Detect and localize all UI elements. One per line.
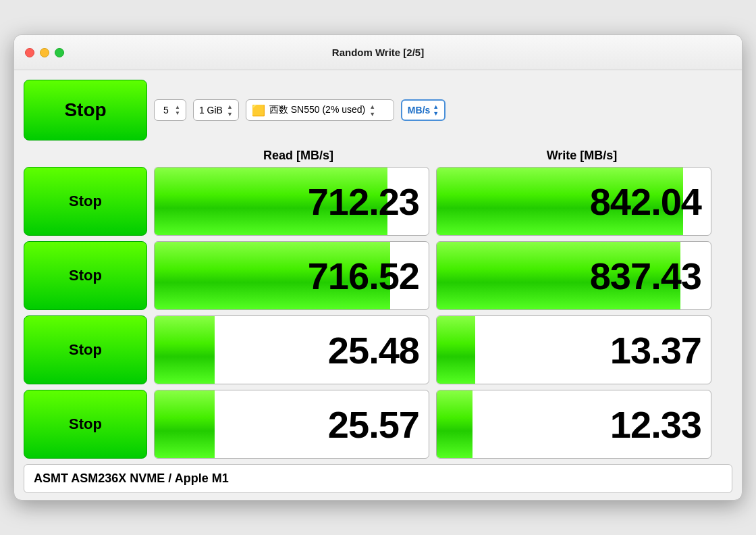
read-value-1: 716.52 xyxy=(308,254,419,298)
titlebar: Random Write [2/5] xyxy=(14,35,742,70)
write-value-3: 12.33 xyxy=(610,403,701,447)
read-cell-0: 712.23 xyxy=(154,167,429,236)
spinner-arrows: ▲ ▼ xyxy=(175,105,180,116)
write-value-2: 13.37 xyxy=(610,328,701,372)
disk-icon: 🟨 xyxy=(252,104,265,117)
size-chevron-icon: ▲ ▼ xyxy=(227,103,233,118)
write-cell-0: 842.04 xyxy=(436,167,711,236)
read-value-3: 25.57 xyxy=(328,403,419,447)
close-button[interactable] xyxy=(25,48,34,57)
spinner-up-arrow[interactable]: ▲ xyxy=(175,105,180,110)
unit-arrows-icon: ▲ ▼ xyxy=(433,104,439,117)
stop-button-1[interactable]: Stop xyxy=(24,241,147,310)
footer-bar: ASMT ASM236X NVME / Apple M1 xyxy=(24,464,732,493)
unit-selector[interactable]: MB/s ▲ ▼ xyxy=(401,99,446,121)
table-row: Stop 25.57 12.33 xyxy=(24,390,732,459)
stop-button-2[interactable]: Stop xyxy=(24,315,147,384)
disk-label: 西数 SN550 (2% used) xyxy=(269,104,365,116)
read-cell-1: 716.52 xyxy=(154,241,429,310)
size-label: 1 GiB xyxy=(199,105,223,116)
stop-button-3[interactable]: Stop xyxy=(24,390,147,459)
window-title: Random Write [2/5] xyxy=(332,47,424,58)
chevron-down-icon: ▼ xyxy=(227,111,233,118)
disk-chevron-down-icon: ▼ xyxy=(369,111,375,118)
stop-button-0[interactable]: Stop xyxy=(24,167,147,236)
read-value-2: 25.48 xyxy=(328,328,419,372)
write-bar-2 xyxy=(437,316,475,384)
read-cell-2: 25.48 xyxy=(154,315,429,384)
footer-text: ASMT ASM236X NVME / Apple M1 xyxy=(34,472,229,485)
table-row: Stop 716.52 837.43 xyxy=(24,241,732,310)
read-bar-2 xyxy=(155,316,215,384)
column-headers: Read [MB/s] Write [MB/s] xyxy=(24,149,732,163)
write-bar-3 xyxy=(437,390,473,458)
write-cell-1: 837.43 xyxy=(436,241,711,310)
data-rows: Stop 712.23 842.04 Stop 716.52 837.43 St… xyxy=(24,167,732,459)
unit-down-arrow: ▼ xyxy=(433,111,439,117)
minimize-button[interactable] xyxy=(40,48,49,57)
disk-chevron-icon: ▲ ▼ xyxy=(369,103,375,118)
table-row: Stop 25.48 13.37 xyxy=(24,315,732,384)
read-value-0: 712.23 xyxy=(308,180,419,224)
write-cell-2: 13.37 xyxy=(436,315,711,384)
main-stop-button[interactable]: Stop xyxy=(24,80,147,141)
read-cell-3: 25.57 xyxy=(154,390,429,459)
read-header: Read [MB/s] xyxy=(157,149,440,163)
toolbar: Stop 5 ▲ ▼ 1 GiB ▲ ▼ 🟨 西数 SN550 xyxy=(24,80,732,141)
size-select[interactable]: 1 GiB ▲ ▼ xyxy=(193,99,239,121)
main-content: Stop 5 ▲ ▼ 1 GiB ▲ ▼ 🟨 西数 SN550 xyxy=(14,70,742,500)
maximize-button[interactable] xyxy=(55,48,64,57)
write-value-1: 837.43 xyxy=(590,254,701,298)
count-spinner[interactable]: 5 ▲ ▼ xyxy=(154,99,186,121)
write-cell-3: 12.33 xyxy=(436,390,711,459)
table-row: Stop 712.23 842.04 xyxy=(24,167,732,236)
unit-label: MB/s xyxy=(408,105,430,116)
spinner-down-arrow[interactable]: ▼ xyxy=(175,111,180,116)
disk-chevron-up-icon: ▲ xyxy=(369,103,375,110)
app-window: Random Write [2/5] Stop 5 ▲ ▼ 1 GiB ▲ ▼ xyxy=(14,34,742,501)
disk-select[interactable]: 🟨 西数 SN550 (2% used) ▲ ▼ xyxy=(246,99,394,121)
chevron-up-icon: ▲ xyxy=(227,103,233,110)
spinner-value: 5 xyxy=(160,105,172,116)
unit-up-arrow: ▲ xyxy=(433,104,439,110)
write-value-0: 842.04 xyxy=(590,180,701,224)
traffic-lights xyxy=(25,48,64,57)
write-header: Write [MB/s] xyxy=(440,149,724,163)
read-bar-3 xyxy=(155,390,215,458)
